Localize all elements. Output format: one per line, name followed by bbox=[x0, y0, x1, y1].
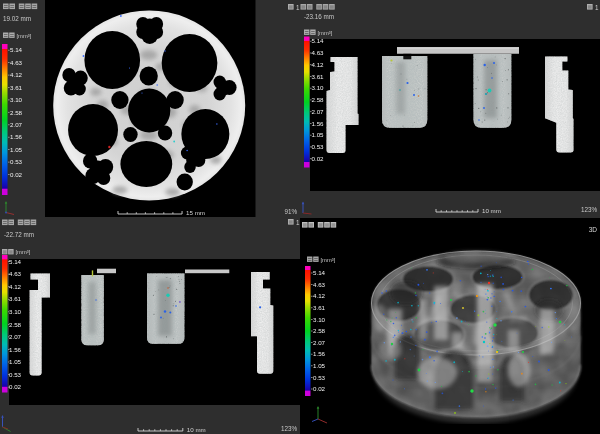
svg-text:2.07: 2.07 bbox=[313, 339, 326, 346]
svg-text:5.14: 5.14 bbox=[313, 269, 326, 276]
svg-text:3.10: 3.10 bbox=[313, 316, 326, 323]
svg-text:4.63: 4.63 bbox=[10, 59, 23, 66]
svg-text:0.53: 0.53 bbox=[10, 158, 23, 165]
svg-text:1.56: 1.56 bbox=[9, 346, 22, 353]
svg-text:91%: 91% bbox=[284, 208, 297, 215]
svg-text:1.56: 1.56 bbox=[10, 133, 23, 140]
svg-text:3.61: 3.61 bbox=[313, 304, 326, 311]
svg-text:3D: 3D bbox=[589, 226, 598, 233]
svg-text:5.14: 5.14 bbox=[9, 258, 22, 265]
svg-text:1.05: 1.05 bbox=[10, 146, 23, 153]
svg-text:1.56: 1.56 bbox=[312, 120, 325, 127]
svg-text:0.02: 0.02 bbox=[9, 383, 22, 390]
svg-text:2.07: 2.07 bbox=[9, 333, 22, 340]
svg-text:4.63: 4.63 bbox=[313, 281, 326, 288]
svg-text:5.14: 5.14 bbox=[312, 37, 325, 44]
svg-text:0.53: 0.53 bbox=[9, 371, 22, 378]
svg-text:2.58: 2.58 bbox=[313, 327, 326, 334]
svg-text:1.05: 1.05 bbox=[312, 131, 325, 138]
svg-text:[mm³]: [mm³] bbox=[17, 33, 32, 39]
svg-text:15 mm: 15 mm bbox=[186, 209, 205, 216]
svg-text:1.05: 1.05 bbox=[313, 362, 326, 369]
svg-text:2.07: 2.07 bbox=[312, 108, 325, 115]
svg-text:1.05: 1.05 bbox=[9, 358, 22, 365]
svg-text:19.02 mm: 19.02 mm bbox=[3, 15, 31, 22]
svg-text:3.10: 3.10 bbox=[10, 96, 23, 103]
svg-text:123%: 123% bbox=[281, 425, 298, 432]
svg-text:2.07: 2.07 bbox=[10, 121, 23, 128]
svg-text:4.63: 4.63 bbox=[312, 49, 325, 56]
svg-text:4.12: 4.12 bbox=[10, 71, 23, 78]
svg-text:1: 1 bbox=[296, 219, 300, 226]
svg-text:1: 1 bbox=[296, 4, 300, 11]
svg-text:[mm³]: [mm³] bbox=[321, 257, 336, 263]
svg-text:[mm³]: [mm³] bbox=[318, 30, 333, 36]
svg-text:0.53: 0.53 bbox=[312, 143, 325, 150]
svg-text:3.10: 3.10 bbox=[312, 84, 325, 91]
svg-text:3.61: 3.61 bbox=[10, 84, 23, 91]
svg-text:4.12: 4.12 bbox=[312, 61, 325, 68]
svg-text:2.58: 2.58 bbox=[9, 321, 22, 328]
svg-text:-23.16 mm: -23.16 mm bbox=[304, 13, 334, 20]
svg-text:0.02: 0.02 bbox=[312, 155, 325, 162]
svg-text:10 mm: 10 mm bbox=[187, 426, 206, 433]
svg-text:0.53: 0.53 bbox=[313, 374, 326, 381]
svg-text:2.58: 2.58 bbox=[312, 96, 325, 103]
svg-text:3.61: 3.61 bbox=[312, 73, 325, 80]
svg-text:123%: 123% bbox=[581, 206, 598, 213]
svg-text:1: 1 bbox=[595, 4, 599, 11]
svg-text:0.02: 0.02 bbox=[313, 385, 326, 392]
svg-text:4.12: 4.12 bbox=[9, 283, 22, 290]
svg-text:3.61: 3.61 bbox=[9, 295, 22, 302]
svg-text:5.14: 5.14 bbox=[10, 46, 23, 53]
svg-text:4.12: 4.12 bbox=[313, 292, 326, 299]
svg-text:1.56: 1.56 bbox=[313, 350, 326, 357]
svg-text:2.58: 2.58 bbox=[10, 109, 23, 116]
svg-text:10 mm: 10 mm bbox=[482, 207, 501, 214]
svg-text:4.63: 4.63 bbox=[9, 270, 22, 277]
svg-text:0.02: 0.02 bbox=[10, 171, 23, 178]
svg-text:[mm³]: [mm³] bbox=[16, 249, 31, 255]
svg-text:3.10: 3.10 bbox=[9, 308, 22, 315]
svg-text:-22.72 mm: -22.72 mm bbox=[4, 231, 34, 238]
